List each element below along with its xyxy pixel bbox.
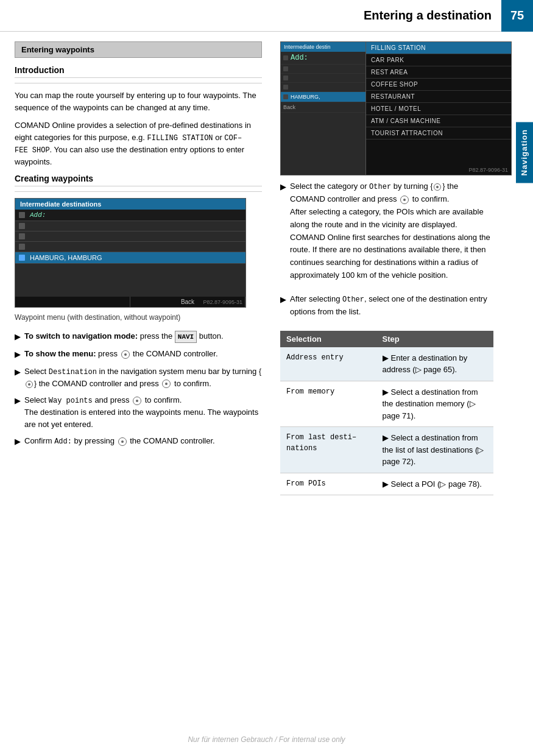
- page-footer: Nur für internen Gebrauch / For internal…: [0, 735, 533, 744]
- cat-list-left-header: Intermediate destin: [281, 42, 365, 52]
- nav-ui-add-row: Add:: [15, 210, 245, 221]
- table-cell-step-0: ▶Enter a destination by address (▷ page …: [376, 347, 494, 381]
- screenshot-right: Intermediate destin Add: HAMBURG, Back: [280, 41, 512, 175]
- cat-left-footer-row: Back: [281, 102, 365, 113]
- cat-list-left: Intermediate destin Add: HAMBURG, Back: [281, 42, 366, 175]
- page-number: 75: [501, 0, 533, 32]
- bullet-text-3: Select Destination in the navigation sys…: [24, 366, 262, 390]
- circle-icon-2: [26, 381, 33, 388]
- header-title-area: Entering a destination: [0, 9, 501, 23]
- bullet-text-4: Select Way points and press to confirm.T…: [24, 394, 262, 430]
- right-text-2: After selecting Other, select one of the…: [290, 293, 493, 319]
- add-label: Add:: [30, 211, 46, 219]
- nav-ui-bullet-1: [19, 212, 25, 218]
- table-row: From last desti– nations▶Select a destin…: [280, 427, 493, 473]
- circle-icon-1: [121, 350, 130, 359]
- table-cell-step-1: ▶Select a destination from the destinati…: [376, 381, 494, 427]
- table-cell-selection-2: From last desti– nations: [280, 427, 376, 473]
- right-column: Intermediate destin Add: HAMBURG, Back: [274, 32, 518, 505]
- watermark-right: P82.87-9096-31: [468, 167, 508, 173]
- intro-heading: Introduction: [15, 65, 262, 78]
- bullet-item-1: ▶ To switch to navigation mode: press th…: [15, 330, 262, 344]
- col-step: Step: [376, 331, 494, 347]
- table-cell-selection-1: From memory: [280, 381, 376, 427]
- arrow-2: ▶: [15, 348, 21, 361]
- cat-item-7: TOURIST ATTRACTION: [366, 127, 511, 140]
- cat-item-3: COFFEE SHOP: [366, 79, 511, 91]
- nav-ui-bullet-4: [19, 244, 25, 250]
- cat-bullet-2: [283, 76, 288, 80]
- intro-para-1: You can map the route yourself by enteri…: [15, 90, 262, 113]
- bullet-list-left: ▶ To switch to navigation mode: press th…: [15, 330, 262, 448]
- bullet-item-4: ▶ Select Way points and press to confirm…: [15, 394, 262, 430]
- arrow-5: ▶: [15, 436, 21, 448]
- page-title: Entering a destination: [364, 9, 492, 23]
- circle-icon-7: [400, 196, 409, 204]
- circle-icon-5: [118, 437, 127, 446]
- navi-button: NAVI: [175, 331, 197, 344]
- cat-left-row-selected: HAMBURG,: [281, 92, 365, 102]
- cat-item-5: HOTEL / MOTEL: [366, 103, 511, 115]
- right-text-1: Select the category or Other by turning …: [290, 180, 493, 282]
- nav-ui-bullet-3: [19, 233, 25, 239]
- screenshot-caption: Waypoint menu (with destination, without…: [15, 313, 262, 323]
- cat-bullet-1: [283, 66, 288, 71]
- cat-item-0: FILLING STATION: [366, 42, 511, 54]
- left-column: Entering waypoints Introduction You can …: [0, 32, 274, 505]
- arrow-1: ▶: [15, 331, 21, 343]
- cat-list-ui: Intermediate destin Add: HAMBURG, Back: [281, 42, 511, 175]
- table-arrow: ▶: [383, 433, 389, 442]
- nav-ui-left-header: Intermediate destinations: [15, 199, 245, 210]
- arrow-3: ▶: [15, 366, 21, 378]
- arrow-4: ▶: [15, 395, 21, 407]
- navigation-side-tab: Navigation: [516, 122, 533, 183]
- bullet-item-3: ▶ Select Destination in the navigation s…: [15, 366, 262, 390]
- table-arrow: ▶: [383, 387, 389, 397]
- cat-item-6: ATM / CASH MACHINE: [366, 115, 511, 127]
- table-cell-step-3: ▶Select a POI (▷ page 78).: [376, 473, 494, 495]
- destination-table: Selection Step Address entry▶Enter a des…: [280, 331, 493, 496]
- cat-item-2: REST AREA: [366, 66, 511, 79]
- cat-bullet-3: [283, 85, 288, 90]
- bullet-item-2: ▶ To show the menu: press the COMAND con…: [15, 348, 262, 361]
- col-selection: Selection: [280, 331, 376, 347]
- cat-hamburg-label: HAMBURG,: [291, 94, 320, 100]
- right-bullet-1: ▶ Select the category or Other by turnin…: [280, 180, 493, 288]
- hamburg-label: HAMBURG, HAMBURG: [30, 254, 102, 261]
- table-arrow: ▶: [383, 479, 389, 489]
- intro-para-2: COMAND Online provides a selection of pr…: [15, 119, 262, 168]
- nav-ui-row-2: [15, 231, 245, 242]
- cat-bullet-sel: [283, 94, 288, 99]
- intro-divider: [15, 83, 262, 83]
- filling-station-mono: FILLING STATION: [147, 134, 213, 143]
- table-body: Address entry▶Enter a destination by add…: [280, 347, 493, 495]
- cat-left-row-2: [281, 74, 365, 83]
- right-arrow-1: ▶: [280, 181, 286, 193]
- footer-btn-1: [15, 297, 130, 307]
- cat-list-right: FILLING STATION CAR PARK REST AREA COFFE…: [366, 42, 511, 175]
- cat-item-4: RESTAURANT: [366, 91, 511, 103]
- circle-icon-3: [162, 380, 171, 388]
- bullet-list-right: ▶ Select the category or Other by turnin…: [280, 180, 493, 325]
- cat-left-row-1: [281, 65, 365, 74]
- cat-bullet-add: [283, 55, 288, 60]
- circle-icon-4: [133, 397, 141, 405]
- section-heading: Entering waypoints: [15, 41, 262, 58]
- table-header: Selection Step: [280, 331, 493, 347]
- bullet-text-5: Confirm Add: by pressing the COMAND cont…: [24, 435, 215, 447]
- table-cell-selection-3: From POIs: [280, 473, 376, 495]
- nav-ui-row-3: [15, 242, 245, 252]
- table-row: From memory▶Select a destination from th…: [280, 381, 493, 427]
- cat-left-row-add: Add:: [281, 52, 365, 65]
- right-bullet-2: ▶ After selecting Other, select one of t…: [280, 293, 493, 325]
- bullet-item-5: ▶ Confirm Add: by pressing the COMAND co…: [15, 435, 262, 448]
- watermark-left: P82.87-9095-31: [203, 299, 242, 305]
- table-row: From POIs▶Select a POI (▷ page 78).: [280, 473, 493, 495]
- circle-icon-6: [434, 183, 441, 191]
- table-row: Address entry▶Enter a destination by add…: [280, 347, 493, 381]
- nav-ui-row-1: [15, 221, 245, 231]
- cat-item-1: CAR PARK: [366, 54, 511, 66]
- nav-ui-selected-row: HAMBURG, HAMBURG: [15, 252, 245, 264]
- page-header: Entering a destination 75: [0, 0, 533, 32]
- table-cell-selection-0: Address entry: [280, 347, 376, 381]
